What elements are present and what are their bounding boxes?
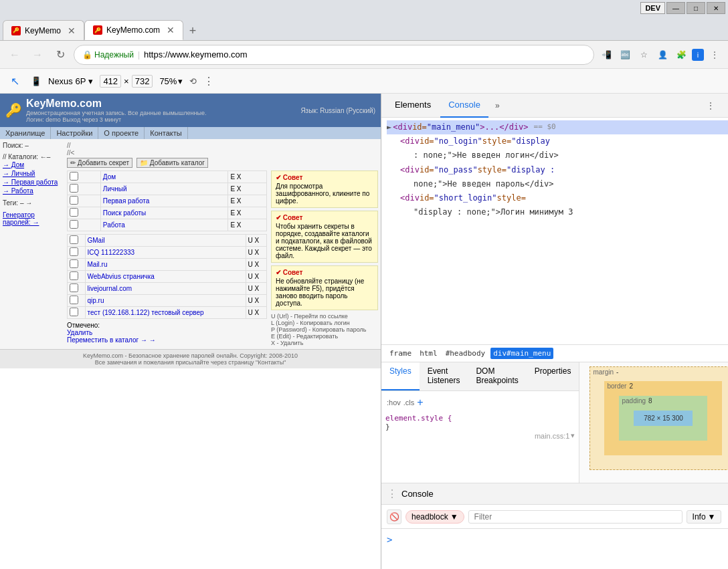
tab-close-2[interactable]: ✕ bbox=[167, 25, 175, 35]
bc-main-menu[interactable]: div#main_menu bbox=[490, 348, 553, 359]
bc-headbody[interactable]: #headbody bbox=[443, 348, 488, 359]
back-button[interactable]: ← bbox=[5, 45, 24, 64]
styles-tab-properties[interactable]: Properties bbox=[527, 362, 579, 390]
main-content-area: 🔑 KeyMemo.com Демонстрационная учетная з… bbox=[0, 94, 728, 569]
km-nav-contacts[interactable]: Контакты bbox=[145, 127, 188, 139]
km-tip-text-3: Не обновляйте страницу (не нажимайте F5)… bbox=[276, 277, 373, 307]
tab-keymemo-com[interactable]: 🔑 KeyMemo.com ✕ bbox=[84, 20, 183, 40]
bookmark-icon[interactable]: ☆ bbox=[636, 47, 652, 63]
translate-icon[interactable]: 🔤 bbox=[617, 47, 633, 63]
km-gen-link[interactable]: Генератор паролей: → bbox=[3, 211, 63, 227]
tab-keymemo[interactable]: 🔑 KeyMemo ✕ bbox=[3, 20, 84, 40]
km-catalog-dom[interactable]: → Дом bbox=[3, 160, 63, 169]
console-source-filter[interactable]: headblock ▼ bbox=[405, 510, 464, 524]
extension-icon[interactable]: 🧩 bbox=[673, 47, 689, 63]
reload-button[interactable]: ↻ bbox=[51, 45, 70, 64]
row-check[interactable] bbox=[70, 283, 78, 292]
filter-cls[interactable]: .cls bbox=[403, 399, 415, 407]
console-level-filter[interactable]: Info ▼ bbox=[687, 510, 722, 524]
km-sidebar: Поиск: – // Каталоги: ←– → Дом → Личный … bbox=[3, 142, 63, 346]
mobile-cursor-icon[interactable]: ↖ bbox=[5, 72, 24, 90]
edit-col: E X bbox=[228, 207, 267, 219]
browser-toolbar-icons: 📲 🔤 ☆ 👤 🧩 i ⋮ bbox=[598, 47, 723, 63]
filter-add-icon[interactable]: + bbox=[417, 396, 423, 409]
bc-frame[interactable]: frame bbox=[387, 348, 414, 359]
km-catalog-work[interactable]: → Работа bbox=[3, 187, 63, 195]
browser-viewport: 🔑 KeyMemo.com Демонстрационная учетная з… bbox=[0, 94, 381, 569]
row-check[interactable] bbox=[70, 172, 78, 181]
device-selector[interactable]: Nexus 6P ▾ bbox=[48, 76, 93, 86]
km-search-label: Поиск: – bbox=[3, 142, 29, 149]
km-add-secret-btn[interactable]: ✏ Добавить секрет bbox=[67, 158, 132, 168]
dt-tab-elements[interactable]: Elements bbox=[387, 94, 439, 118]
device-more-button[interactable]: ⋮ bbox=[203, 75, 214, 88]
console-clear-button[interactable]: 🚫 bbox=[387, 509, 401, 524]
km-lang[interactable]: Язык: Russian (Русский) bbox=[300, 107, 375, 114]
more-button[interactable]: ⋮ bbox=[707, 47, 723, 63]
url-bar[interactable]: 🔒 Надежный | https://www.keymemo.com bbox=[74, 45, 594, 65]
dt-settings-icon[interactable]: ⋮ bbox=[701, 96, 720, 115]
styles-tab-event-listeners[interactable]: Event Listeners bbox=[420, 362, 468, 390]
minimize-button[interactable]: — bbox=[666, 2, 685, 14]
edit-col: E X bbox=[228, 171, 267, 183]
close-button[interactable]: ✕ bbox=[707, 2, 725, 14]
styles-tab-dom-breakpoints[interactable]: DOM Breakpoints bbox=[468, 362, 526, 390]
row-check[interactable] bbox=[70, 208, 78, 217]
margin-label: margin bbox=[593, 368, 614, 376]
km-add-catalog-btn[interactable]: 📁 Добавить каталог bbox=[136, 158, 208, 168]
tab-label-1: KeyMemo bbox=[25, 26, 61, 35]
styles-left-panel: Styles Event Listeners DOM Breakpoints P… bbox=[381, 362, 579, 483]
row-check[interactable] bbox=[70, 247, 78, 256]
window-controls: DEV — □ ✕ bbox=[640, 2, 725, 14]
row-check[interactable] bbox=[70, 296, 78, 304]
console-settings-icon[interactable]: ⚙ bbox=[725, 509, 728, 525]
scroll-down-icon: ▾ bbox=[571, 431, 575, 440]
km-main: Поиск: – // Каталоги: ←– → Дом → Личный … bbox=[0, 139, 381, 349]
km-delete-link[interactable]: Удалить bbox=[67, 329, 92, 336]
km-nav-settings[interactable]: Настройки bbox=[51, 127, 98, 139]
html-line-no-login-cont: : none;">Не введен логин</div> bbox=[387, 148, 728, 162]
console-filter-input[interactable] bbox=[468, 510, 682, 524]
tab-close-1[interactable]: ✕ bbox=[68, 25, 76, 36]
dt-close-icon[interactable]: ✕ bbox=[723, 96, 728, 115]
km-footer-line2: Все замечания и пожелания присылайте чер… bbox=[3, 359, 378, 366]
profile-icon[interactable]: 👤 bbox=[654, 47, 670, 63]
info-icon[interactable]: i bbox=[692, 49, 704, 61]
row-check[interactable] bbox=[70, 235, 78, 244]
km-catalog-first-work[interactable]: → Первая работа bbox=[3, 178, 63, 187]
row-check[interactable] bbox=[70, 220, 78, 229]
console-toolbar: ⋮ Console ✕ bbox=[381, 483, 728, 505]
rotate-icon[interactable]: ⟲ bbox=[189, 76, 197, 86]
dt-more-tabs[interactable]: » bbox=[490, 94, 505, 118]
zoom-selector[interactable]: 75% ▾ bbox=[159, 76, 183, 86]
border-label: border bbox=[607, 382, 626, 390]
maximize-button[interactable]: □ bbox=[687, 2, 705, 14]
table-row: Mail.ruU X bbox=[68, 259, 267, 271]
forward-button[interactable]: → bbox=[28, 45, 47, 64]
row-check[interactable] bbox=[70, 184, 78, 193]
row-check[interactable] bbox=[70, 196, 78, 205]
row-check[interactable] bbox=[70, 259, 78, 268]
km-nav-about[interactable]: О проекте bbox=[98, 127, 145, 139]
cast-icon[interactable]: 📲 bbox=[598, 47, 614, 63]
dt-tab-console[interactable]: Console bbox=[440, 94, 488, 118]
html-line-no-login[interactable]: <div id= "no_login" style= "display bbox=[387, 134, 728, 148]
km-catalog-personal[interactable]: → Личный bbox=[3, 169, 63, 178]
device-frame-icon[interactable]: 📱 bbox=[31, 76, 41, 86]
html-line-no-pass[interactable]: <div id= "no_pass" style= "display : bbox=[387, 163, 728, 177]
expand-arrow[interactable]: ► bbox=[387, 121, 391, 134]
km-nav-storage[interactable]: Хранилище bbox=[0, 127, 51, 139]
dev-button[interactable]: DEV bbox=[640, 2, 665, 14]
row-check[interactable] bbox=[70, 308, 78, 316]
console-tab-label[interactable]: Console bbox=[401, 489, 434, 499]
bc-html[interactable]: html bbox=[417, 348, 440, 359]
styles-tab-styles[interactable]: Styles bbox=[381, 362, 420, 390]
filter-hov[interactable]: :hov bbox=[387, 399, 401, 407]
html-line-short-login[interactable]: <div id= "short_login" style= bbox=[387, 191, 728, 205]
styles-rule: element.style { } bbox=[385, 414, 575, 431]
html-line-main-menu[interactable]: ► <div id= "main_menu" >...</div> == $0 bbox=[387, 120, 728, 134]
styles-filter-bar: :hov .cls + bbox=[385, 395, 575, 410]
new-tab-button[interactable]: + bbox=[183, 21, 202, 40]
km-move-link[interactable]: Переместить в каталог → → bbox=[67, 336, 156, 344]
row-check[interactable] bbox=[70, 271, 78, 280]
